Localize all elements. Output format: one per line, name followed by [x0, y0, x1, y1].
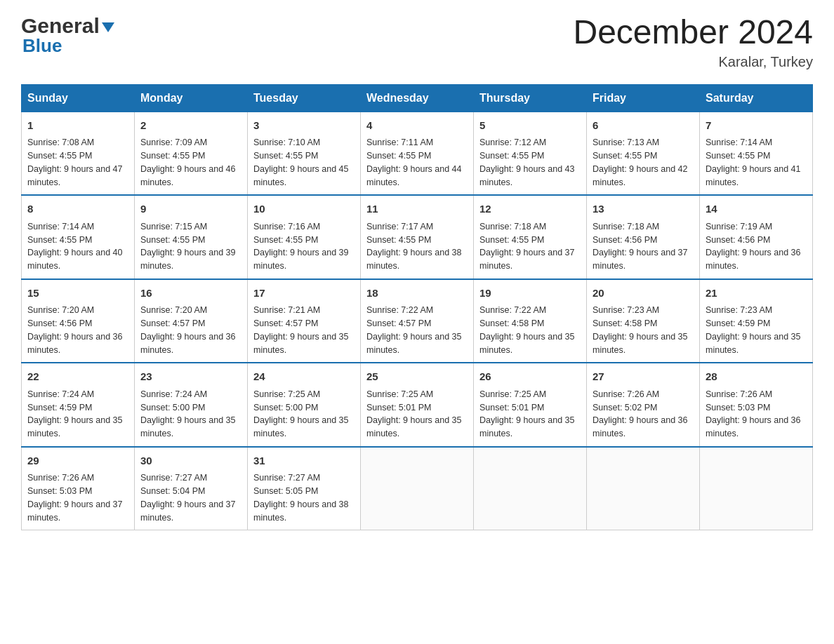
day-info: Sunrise: 7:18 AMSunset: 4:55 PMDaylight:… — [479, 220, 581, 273]
day-number: 17 — [253, 286, 355, 302]
calendar-cell: 14Sunrise: 7:19 AMSunset: 4:56 PMDayligh… — [700, 195, 813, 279]
calendar-cell: 19Sunrise: 7:22 AMSunset: 4:58 PMDayligh… — [474, 279, 587, 363]
calendar-cell: 15Sunrise: 7:20 AMSunset: 4:56 PMDayligh… — [22, 279, 135, 363]
day-info: Sunrise: 7:22 AMSunset: 4:58 PMDaylight:… — [479, 304, 581, 356]
day-number: 11 — [366, 201, 468, 217]
month-title: December 2024 — [573, 14, 813, 51]
calendar-cell: 10Sunrise: 7:16 AMSunset: 4:55 PMDayligh… — [248, 195, 361, 279]
calendar-cell: 11Sunrise: 7:17 AMSunset: 4:55 PMDayligh… — [361, 195, 474, 279]
day-number: 13 — [593, 201, 694, 217]
calendar-cell: 16Sunrise: 7:20 AMSunset: 4:57 PMDayligh… — [135, 279, 248, 363]
calendar-cell: 28Sunrise: 7:26 AMSunset: 5:03 PMDayligh… — [700, 363, 813, 447]
day-number: 15 — [27, 286, 128, 302]
week-row-2: 8Sunrise: 7:14 AMSunset: 4:55 PMDaylight… — [22, 195, 813, 279]
header-tuesday: Tuesday — [248, 84, 361, 112]
day-info: Sunrise: 7:10 AMSunset: 4:55 PMDaylight:… — [253, 136, 355, 189]
header-thursday: Thursday — [474, 84, 587, 112]
day-info: Sunrise: 7:26 AMSunset: 5:02 PMDaylight:… — [593, 388, 694, 441]
calendar-header-row: SundayMondayTuesdayWednesdayThursdayFrid… — [22, 84, 813, 112]
calendar-cell: 23Sunrise: 7:24 AMSunset: 5:00 PMDayligh… — [135, 363, 248, 447]
day-info: Sunrise: 7:09 AMSunset: 4:55 PMDaylight:… — [140, 136, 241, 189]
day-number: 19 — [479, 286, 581, 302]
calendar-cell: 21Sunrise: 7:23 AMSunset: 4:59 PMDayligh… — [700, 279, 813, 363]
calendar-cell: 26Sunrise: 7:25 AMSunset: 5:01 PMDayligh… — [474, 363, 587, 447]
calendar-cell: 2Sunrise: 7:09 AMSunset: 4:55 PMDaylight… — [135, 112, 248, 195]
day-info: Sunrise: 7:21 AMSunset: 4:57 PMDaylight:… — [253, 304, 355, 356]
day-info: Sunrise: 7:19 AMSunset: 4:56 PMDaylight:… — [706, 220, 807, 273]
page-header: General Blue December 2024 Karalar, Turk… — [21, 14, 813, 70]
day-number: 6 — [593, 118, 694, 134]
logo-blue: Blue — [22, 35, 114, 57]
day-number: 23 — [140, 369, 241, 385]
day-number: 10 — [253, 201, 355, 217]
day-number: 2 — [140, 118, 241, 134]
day-number: 9 — [140, 201, 241, 217]
calendar-cell: 22Sunrise: 7:24 AMSunset: 4:59 PMDayligh… — [22, 363, 135, 447]
day-number: 27 — [593, 369, 694, 385]
week-row-5: 29Sunrise: 7:26 AMSunset: 5:03 PMDayligh… — [22, 447, 813, 530]
header-monday: Monday — [135, 84, 248, 112]
day-info: Sunrise: 7:26 AMSunset: 5:03 PMDaylight:… — [706, 388, 807, 441]
calendar-cell: 9Sunrise: 7:15 AMSunset: 4:55 PMDaylight… — [135, 195, 248, 279]
day-number: 1 — [27, 118, 128, 134]
header-wednesday: Wednesday — [361, 84, 474, 112]
title-area: December 2024 Karalar, Turkey — [573, 14, 813, 70]
calendar-cell — [700, 447, 813, 530]
calendar-cell: 7Sunrise: 7:14 AMSunset: 4:55 PMDaylight… — [700, 112, 813, 195]
calendar-cell: 24Sunrise: 7:25 AMSunset: 5:00 PMDayligh… — [248, 363, 361, 447]
day-number: 12 — [479, 201, 581, 217]
day-number: 30 — [140, 453, 241, 469]
header-sunday: Sunday — [22, 84, 135, 112]
day-info: Sunrise: 7:14 AMSunset: 4:55 PMDaylight:… — [706, 136, 807, 189]
day-info: Sunrise: 7:11 AMSunset: 4:55 PMDaylight:… — [366, 136, 468, 189]
day-info: Sunrise: 7:12 AMSunset: 4:55 PMDaylight:… — [479, 136, 581, 189]
day-number: 18 — [366, 286, 468, 302]
day-number: 8 — [27, 201, 128, 217]
calendar-cell: 3Sunrise: 7:10 AMSunset: 4:55 PMDaylight… — [248, 112, 361, 195]
day-number: 21 — [706, 286, 807, 302]
day-number: 20 — [593, 286, 694, 302]
header-friday: Friday — [587, 84, 700, 112]
day-info: Sunrise: 7:23 AMSunset: 4:59 PMDaylight:… — [706, 304, 807, 356]
logo-triangle-icon — [102, 22, 114, 32]
calendar-cell: 1Sunrise: 7:08 AMSunset: 4:55 PMDaylight… — [22, 112, 135, 195]
day-number: 7 — [706, 118, 807, 134]
day-number: 22 — [27, 369, 128, 385]
day-number: 16 — [140, 286, 241, 302]
day-info: Sunrise: 7:23 AMSunset: 4:58 PMDaylight:… — [593, 304, 694, 356]
day-number: 24 — [253, 369, 355, 385]
calendar-cell — [474, 447, 587, 530]
logo-general: General — [21, 14, 100, 38]
day-number: 4 — [366, 118, 468, 134]
calendar-cell: 17Sunrise: 7:21 AMSunset: 4:57 PMDayligh… — [248, 279, 361, 363]
day-info: Sunrise: 7:24 AMSunset: 5:00 PMDaylight:… — [140, 388, 241, 441]
week-row-4: 22Sunrise: 7:24 AMSunset: 4:59 PMDayligh… — [22, 363, 813, 447]
calendar-cell: 18Sunrise: 7:22 AMSunset: 4:57 PMDayligh… — [361, 279, 474, 363]
calendar-cell: 6Sunrise: 7:13 AMSunset: 4:55 PMDaylight… — [587, 112, 700, 195]
day-info: Sunrise: 7:27 AMSunset: 5:05 PMDaylight:… — [253, 471, 355, 524]
day-info: Sunrise: 7:13 AMSunset: 4:55 PMDaylight:… — [593, 136, 694, 189]
day-number: 26 — [479, 369, 581, 385]
day-info: Sunrise: 7:26 AMSunset: 5:03 PMDaylight:… — [27, 471, 128, 524]
day-info: Sunrise: 7:20 AMSunset: 4:56 PMDaylight:… — [27, 304, 128, 356]
header-saturday: Saturday — [700, 84, 813, 112]
calendar-cell — [587, 447, 700, 530]
day-info: Sunrise: 7:20 AMSunset: 4:57 PMDaylight:… — [140, 304, 241, 356]
location: Karalar, Turkey — [573, 54, 813, 70]
day-info: Sunrise: 7:25 AMSunset: 5:01 PMDaylight:… — [366, 388, 468, 441]
day-info: Sunrise: 7:25 AMSunset: 5:00 PMDaylight:… — [253, 388, 355, 441]
day-number: 3 — [253, 118, 355, 134]
calendar-cell: 30Sunrise: 7:27 AMSunset: 5:04 PMDayligh… — [135, 447, 248, 530]
calendar-cell — [361, 447, 474, 530]
day-info: Sunrise: 7:18 AMSunset: 4:56 PMDaylight:… — [593, 220, 694, 273]
day-number: 29 — [27, 453, 128, 469]
day-number: 5 — [479, 118, 581, 134]
day-info: Sunrise: 7:14 AMSunset: 4:55 PMDaylight:… — [27, 220, 128, 273]
calendar-cell: 8Sunrise: 7:14 AMSunset: 4:55 PMDaylight… — [22, 195, 135, 279]
day-number: 28 — [706, 369, 807, 385]
calendar-cell: 13Sunrise: 7:18 AMSunset: 4:56 PMDayligh… — [587, 195, 700, 279]
calendar-cell: 12Sunrise: 7:18 AMSunset: 4:55 PMDayligh… — [474, 195, 587, 279]
calendar-cell: 27Sunrise: 7:26 AMSunset: 5:02 PMDayligh… — [587, 363, 700, 447]
calendar-cell: 20Sunrise: 7:23 AMSunset: 4:58 PMDayligh… — [587, 279, 700, 363]
logo: General Blue — [21, 14, 114, 57]
